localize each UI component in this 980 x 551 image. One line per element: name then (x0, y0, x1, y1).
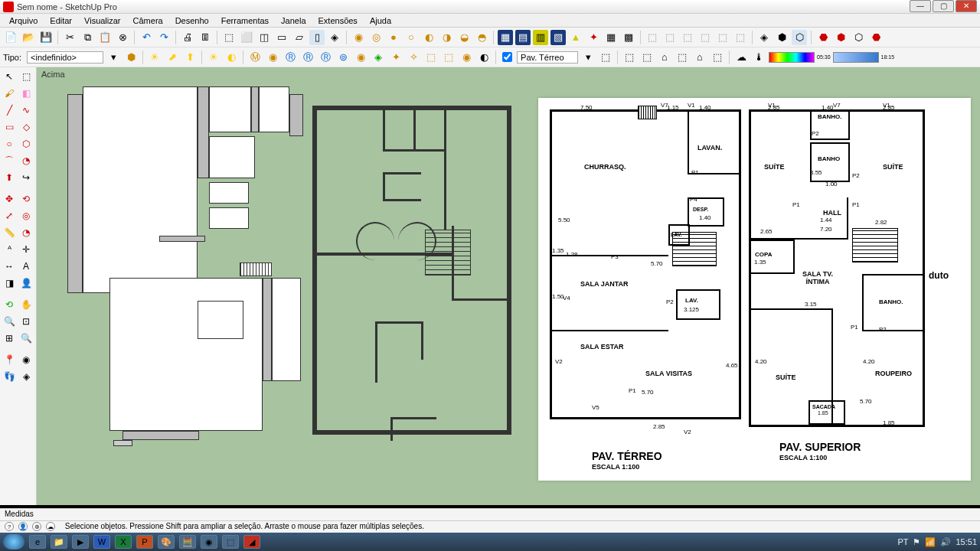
task-sketchup-icon[interactable]: ◢ (243, 535, 260, 549)
task-excel-icon[interactable]: X (115, 535, 132, 549)
menu-arquivo[interactable]: Arquivo (3, 15, 44, 27)
task-app-icon[interactable]: ⬚ (222, 535, 239, 549)
face3-icon[interactable]: ▥ (533, 30, 548, 45)
task-paint-icon[interactable]: 🎨 (158, 535, 175, 549)
tray-lang[interactable]: PT (897, 537, 908, 546)
plugin5-icon[interactable]: ⬢ (833, 30, 848, 45)
sandbox-icon[interactable]: ◈ (18, 369, 34, 384)
axes-icon[interactable]: ✛ (18, 242, 34, 257)
status-cloud-icon[interactable]: ☁ (46, 522, 55, 531)
copy-icon[interactable]: ⧉ (80, 30, 95, 45)
status-geo-icon[interactable]: ⊕ (32, 522, 41, 531)
pie-icon[interactable]: ◔ (18, 153, 34, 168)
freehand-icon[interactable]: ∿ (18, 103, 34, 118)
wireframe-icon[interactable]: ◈ (327, 30, 342, 45)
pan-icon[interactable]: ✋ (18, 297, 34, 312)
prev-icon[interactable]: 🔍 (18, 331, 34, 346)
nav7-icon[interactable]: ◉ (353, 50, 368, 65)
protractor-icon[interactable]: ◔ (18, 225, 34, 240)
polygon-icon[interactable]: ⬡ (18, 136, 34, 152)
sun2-icon[interactable]: 🌡 (751, 50, 766, 65)
delete-icon[interactable]: ⊗ (115, 30, 130, 45)
comp3-icon[interactable]: ⬚ (680, 30, 695, 45)
orbit-icon[interactable]: ⟲ (2, 297, 17, 312)
shadow1-icon[interactable]: ☀ (147, 50, 162, 65)
palette2-icon[interactable]: ▩ (621, 30, 636, 45)
window-maximize-button[interactable]: ▢ (933, 0, 954, 12)
ware1-icon[interactable]: ⬚ (622, 50, 637, 65)
window-minimize-button[interactable]: — (910, 0, 931, 12)
shadow4-icon[interactable]: ☀ (206, 50, 221, 65)
nav3-icon[interactable]: Ⓡ (283, 50, 298, 65)
nav2-icon[interactable]: ◉ (265, 50, 280, 65)
type-dropdown-icon[interactable]: ▾ (106, 50, 121, 65)
text-icon[interactable]: ᴬ (2, 242, 17, 257)
menu-camera[interactable]: Câmera (127, 15, 169, 27)
front-icon[interactable]: ◫ (256, 30, 272, 45)
nav6-icon[interactable]: ⊚ (335, 50, 351, 65)
time-gradient[interactable] (833, 52, 879, 63)
tray-flag-icon[interactable]: ⚑ (913, 537, 920, 547)
menu-desenho[interactable]: Desenho (169, 15, 215, 27)
menu-janela[interactable]: Janela (275, 15, 312, 27)
nav13-icon[interactable]: ◉ (459, 50, 474, 65)
sun-icon[interactable]: ☁ (733, 50, 749, 65)
task-ie-icon[interactable]: e (29, 535, 46, 549)
type-input[interactable] (27, 51, 103, 64)
viewport[interactable]: Acima (37, 67, 980, 505)
open-icon[interactable]: 📂 (21, 30, 36, 45)
walk-icon[interactable]: 👤 (18, 276, 34, 291)
print-icon[interactable]: 🖨 (180, 30, 195, 45)
nav14-icon[interactable]: ◐ (476, 50, 492, 65)
nav1-icon[interactable]: Ⓜ (247, 50, 263, 65)
task-wmp-icon[interactable]: ▶ (72, 535, 89, 549)
layer-input[interactable] (517, 51, 578, 64)
position-icon[interactable]: 📍 (2, 352, 17, 367)
task-chrome-icon[interactable]: ◉ (201, 535, 217, 549)
dimension-icon[interactable]: ↔ (2, 259, 17, 274)
nav9-icon[interactable]: ✦ (388, 50, 403, 65)
face1-icon[interactable]: ▦ (498, 30, 513, 45)
comp4-icon[interactable]: ⬚ (697, 30, 713, 45)
follow-icon[interactable]: ↪ (18, 170, 34, 185)
eraser-icon[interactable]: ◧ (18, 86, 34, 101)
section-icon[interactable]: ◨ (2, 276, 17, 291)
paint-icon[interactable]: 🖌 (2, 86, 17, 101)
component-icon[interactable]: ⬚ (18, 69, 34, 84)
style4-icon[interactable]: ○ (403, 30, 419, 45)
comp5-icon[interactable]: ⬚ (715, 30, 730, 45)
nav4-icon[interactable]: Ⓡ (300, 50, 315, 65)
walk2-icon[interactable]: 👣 (2, 369, 17, 384)
menu-extensoes[interactable]: Extensões (312, 15, 364, 27)
face2-icon[interactable]: ▤ (515, 30, 531, 45)
nav5-icon[interactable]: Ⓡ (318, 50, 333, 65)
rectangle-icon[interactable]: ▭ (2, 119, 17, 135)
ware5-icon[interactable]: ⌂ (692, 50, 707, 65)
tray-net-icon[interactable]: 📶 (925, 537, 936, 547)
layer-dropdown-icon[interactable]: ▾ (580, 50, 596, 65)
type-btn-icon[interactable]: ⬢ (123, 50, 139, 65)
palette-icon[interactable]: ▦ (603, 30, 619, 45)
plugin3-icon[interactable]: ⬡ (792, 30, 807, 45)
move-icon[interactable]: ✥ (2, 191, 17, 207)
shadow2-icon[interactable]: ⬈ (165, 50, 180, 65)
face4-icon[interactable]: ▧ (550, 30, 566, 45)
plugin2-icon[interactable]: ⬢ (774, 30, 789, 45)
shadow5-icon[interactable]: ◐ (224, 50, 239, 65)
pushpull-icon[interactable]: ⬆ (2, 170, 17, 185)
right-icon[interactable]: ▭ (274, 30, 289, 45)
nav10-icon[interactable]: ✧ (406, 50, 421, 65)
undo-icon[interactable]: ↶ (139, 30, 154, 45)
look-icon[interactable]: ◉ (18, 352, 34, 367)
menu-ajuda[interactable]: Ajuda (364, 15, 397, 27)
offset-icon[interactable]: ◎ (18, 208, 34, 223)
cut-icon[interactable]: ✂ (62, 30, 77, 45)
rotate-icon[interactable]: ⟲ (18, 191, 34, 207)
ware4-icon[interactable]: ⬚ (675, 50, 690, 65)
layer-checkbox[interactable] (502, 52, 512, 62)
tray-clock[interactable]: 15:51 (956, 537, 977, 546)
plugin4-icon[interactable]: ⬣ (815, 30, 831, 45)
save-icon[interactable]: 💾 (38, 30, 54, 45)
ware2-icon[interactable]: ⬚ (639, 50, 655, 65)
style5-icon[interactable]: ◐ (421, 30, 436, 45)
